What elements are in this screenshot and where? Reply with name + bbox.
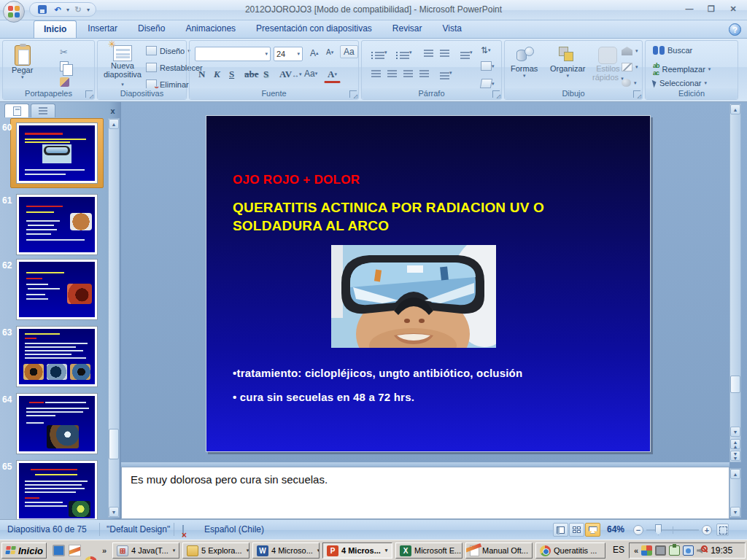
tray-clock[interactable]: 19:35: [711, 545, 732, 556]
decrease-indent-button[interactable]: [420, 48, 437, 52]
format-painter-button[interactable]: [60, 77, 69, 87]
tab-insertar[interactable]: Insertar: [78, 20, 127, 38]
notes-text[interactable]: Es muy dolorosa pero cura sin secuelas.: [131, 473, 720, 486]
shape-outline-button[interactable]: ▾: [622, 63, 638, 71]
qat-customize-button[interactable]: ▾: [87, 7, 90, 13]
restore-button[interactable]: ❐: [702, 4, 721, 15]
thumbnail-slide-62[interactable]: 62: [0, 259, 107, 324]
zoom-in-button[interactable]: +: [702, 525, 712, 535]
task-group-explorer[interactable]: 5 Explora...▾: [182, 542, 249, 559]
scroll-up-arrow[interactable]: ▲: [730, 104, 740, 114]
shapes-button[interactable]: Formas▾: [511, 47, 538, 79]
text-direction-button[interactable]: ⇅▾: [477, 44, 495, 57]
bullets-button[interactable]: ▾: [368, 48, 391, 57]
tray-chevron[interactable]: «: [634, 546, 638, 555]
language-status[interactable]: Español (Chile): [204, 524, 264, 534]
pane-close-button[interactable]: x: [107, 106, 118, 117]
line-spacing-button[interactable]: ▾: [457, 48, 476, 57]
ski-goggles-photo[interactable]: [331, 245, 496, 348]
zoom-out-button[interactable]: −: [633, 525, 643, 535]
notes-pane[interactable]: Es muy dolorosa pero cura sin secuelas.: [121, 467, 729, 519]
notes-scroll-down-arrow[interactable]: ▼: [730, 507, 740, 517]
scrollbar-thumb[interactable]: [730, 376, 740, 393]
quick-styles-button[interactable]: Estilos rápidos ▾: [592, 47, 624, 82]
arrange-button[interactable]: Organizar▾: [550, 47, 585, 79]
tray-display-icon[interactable]: [655, 545, 666, 556]
design-theme-label[interactable]: "Default Design": [107, 524, 170, 534]
redo-button[interactable]: ↻: [71, 4, 85, 15]
new-slide-button[interactable]: Nueva diapositiva ▾: [102, 45, 143, 88]
slide-subheading[interactable]: QUERATITIS ACTINICA POR RADIACION UV O S…: [233, 198, 583, 235]
tab-vista[interactable]: Vista: [433, 20, 471, 38]
task-manual[interactable]: Manual Oft...: [465, 542, 533, 559]
pane-scrollbar-thumb[interactable]: [109, 429, 119, 459]
notes-scroll-up-arrow[interactable]: ▲: [730, 469, 740, 479]
minimize-button[interactable]: —: [680, 4, 699, 15]
tray-power-icon[interactable]: [669, 545, 680, 556]
undo-button[interactable]: ↶: [51, 4, 64, 15]
fuente-dialog-launcher[interactable]: [349, 90, 357, 98]
slide-heading[interactable]: OJO ROJO + DOLOR: [233, 173, 360, 187]
tab-inicio[interactable]: Inicio: [34, 20, 77, 38]
task-group-powerpoint[interactable]: P 4 Micros...▾: [322, 542, 392, 559]
slide-bullet-1[interactable]: •tratamiento: ciclopléjicos, ungto antib…: [233, 367, 522, 379]
text-shadow-button[interactable]: S: [260, 67, 272, 82]
next-slide-button[interactable]: ▼▼: [730, 451, 740, 461]
slideshow-view-button[interactable]: [585, 523, 600, 537]
dibujo-dialog-launcher[interactable]: [633, 90, 640, 98]
select-button[interactable]: Seleccionar▾: [653, 79, 707, 88]
align-left-button[interactable]: [368, 69, 384, 73]
task-chrome-queratitis[interactable]: Queratitis ...: [535, 542, 605, 559]
pane-scroll-up-arrow[interactable]: ▲: [109, 119, 119, 129]
tab-outline[interactable]: [31, 104, 55, 117]
align-right-button[interactable]: [400, 69, 417, 73]
pane-scroll-down-arrow[interactable]: ▼: [109, 507, 119, 517]
numbering-button[interactable]: ▾: [392, 48, 416, 57]
cut-button[interactable]: ✂: [60, 47, 68, 58]
increase-indent-button[interactable]: [436, 48, 453, 52]
tab-presentacion[interactable]: Presentación con diapositivas: [247, 20, 382, 38]
save-button[interactable]: [36, 4, 49, 15]
task-group-java[interactable]: ⊞ 4 Java(T...▾: [112, 542, 179, 559]
bold-button[interactable]: N: [195, 67, 209, 82]
portapapeles-dialog-launcher[interactable]: [85, 90, 93, 98]
tray-network-icon[interactable]: [683, 545, 694, 556]
paste-button[interactable]: Pegar▾: [12, 45, 33, 80]
thumbnail-slide-64[interactable]: 64: [0, 393, 107, 459]
zoom-percentage[interactable]: 64%: [607, 524, 624, 534]
slides-pane-scrollbar[interactable]: ▲ ▼: [108, 118, 120, 518]
underline-button[interactable]: S: [225, 67, 238, 82]
slide-layout-button[interactable]: Diseño▾: [146, 46, 190, 55]
shape-effects-button[interactable]: ▾: [622, 79, 637, 87]
normal-view-button[interactable]: [553, 523, 568, 537]
slide-bullet-2[interactable]: • cura sin secuelas en 48 a 72 hrs.: [233, 391, 414, 403]
start-button[interactable]: Inicio: [1, 542, 47, 559]
italic-button[interactable]: K: [210, 67, 224, 82]
show-desktop-icon[interactable]: [53, 545, 65, 556]
clear-formatting-button[interactable]: Aa: [340, 45, 358, 58]
thumbnail-slide-60[interactable]: 60: [0, 121, 107, 191]
zoom-slider-thumb[interactable]: [655, 524, 662, 535]
font-size-combo[interactable]: 24▾: [274, 47, 303, 61]
tab-animaciones[interactable]: Animaciones: [176, 20, 245, 38]
scroll-down-arrow[interactable]: ▼: [730, 427, 740, 437]
close-button[interactable]: ✕: [724, 4, 743, 15]
font-name-combo[interactable]: ▾: [195, 47, 271, 61]
task-excel[interactable]: X Microsoft E...: [395, 542, 462, 559]
slide-sorter-view-button[interactable]: [569, 523, 584, 537]
change-case-button[interactable]: Aa▾: [301, 67, 321, 80]
tab-diseno[interactable]: Diseño: [128, 20, 174, 38]
thumbnail-slide-63[interactable]: 63: [0, 326, 107, 392]
align-center-button[interactable]: [384, 69, 400, 73]
parrafo-dialog-launcher[interactable]: [492, 90, 500, 98]
grow-font-button[interactable]: A▴: [306, 47, 322, 60]
tab-revisar[interactable]: Revisar: [383, 20, 432, 38]
thumbnail-slide-65[interactable]: 65: [0, 460, 107, 519]
notes-scrollbar[interactable]: ▲ ▼: [729, 468, 741, 518]
tab-slides-thumbnails[interactable]: [4, 104, 29, 117]
align-text-button[interactable]: ▾: [477, 60, 498, 72]
quicklaunch-app-icon[interactable]: [69, 545, 81, 556]
fit-to-window-button[interactable]: [716, 524, 729, 536]
slide-canvas[interactable]: OJO ROJO + DOLOR QUERATITIS ACTINICA POR…: [206, 115, 651, 452]
slide-area-scrollbar[interactable]: ▲ ▼ ▲▲ ▼▼: [729, 104, 741, 462]
